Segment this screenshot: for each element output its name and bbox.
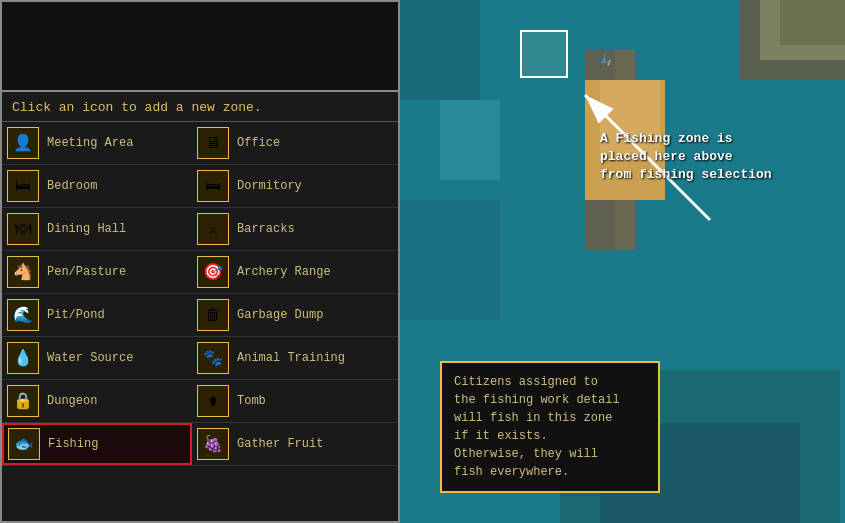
zone-item-meeting-area[interactable]: 👤 Meeting Area: [2, 122, 192, 164]
info-tooltip-box: Citizens assigned to the fishing work de…: [440, 361, 660, 493]
zone-item-archery-range[interactable]: 🎯 Archery Range: [192, 251, 382, 293]
dungeon-label: Dungeon: [47, 394, 97, 408]
pen-pasture-icon: 🐴: [7, 256, 39, 288]
zone-row-7: 🔒 Dungeon ⚱ Tomb: [2, 380, 398, 423]
zone-item-pen-pasture[interactable]: 🐴 Pen/Pasture: [2, 251, 192, 293]
meeting-area-label: Meeting Area: [47, 136, 133, 150]
fishing-zone-marker: [520, 30, 568, 78]
zone-row-1: 👤 Meeting Area 🖥 Office: [2, 122, 398, 165]
office-icon: 🖥: [197, 127, 229, 159]
water-mid-1: [400, 200, 500, 320]
zone-item-dormitory[interactable]: 🛏 Dormitory: [192, 165, 382, 207]
zone-item-tomb[interactable]: ⚱ Tomb: [192, 380, 382, 422]
annotation-text: A Fishing zone is placed here above from…: [600, 130, 772, 185]
pit-pond-icon: 🌊: [7, 299, 39, 331]
zone-item-animal-training[interactable]: 🐾 Animal Training: [192, 337, 382, 379]
zone-item-water-source[interactable]: 💧 Water Source: [2, 337, 192, 379]
archery-range-label: Archery Range: [237, 265, 331, 279]
zone-row-8: 🐟 Fishing 🍇 Gather Fruit: [2, 423, 398, 466]
zone-list: 👤 Meeting Area 🖥 Office 🛏 Bedroom 🛏 Dorm…: [2, 122, 398, 521]
zone-item-office[interactable]: 🖥 Office: [192, 122, 382, 164]
zone-item-pit-pond[interactable]: 🌊 Pit/Pond: [2, 294, 192, 336]
fishing-label: Fishing: [48, 437, 98, 451]
zone-item-bedroom[interactable]: 🛏 Bedroom: [2, 165, 192, 207]
zone-item-fishing[interactable]: 🐟 Fishing: [2, 423, 192, 465]
water-light-1: [440, 100, 500, 180]
dining-hall-label: Dining Hall: [47, 222, 126, 236]
zone-item-garbage-dump[interactable]: 🗑 Garbage Dump: [192, 294, 382, 336]
zone-row-5: 🌊 Pit/Pond 🗑 Garbage Dump: [2, 294, 398, 337]
tomb-icon: ⚱: [197, 385, 229, 417]
annotation-line2: placed here above: [600, 148, 772, 166]
zone-row-2: 🛏 Bedroom 🛏 Dormitory: [2, 165, 398, 208]
zone-item-dining-hall[interactable]: 🍽 Dining Hall: [2, 208, 192, 250]
animal-training-label: Animal Training: [237, 351, 345, 365]
fishing-icon: 🐟: [8, 428, 40, 460]
dormitory-label: Dormitory: [237, 179, 302, 193]
zone-item-gather-fruit[interactable]: 🍇 Gather Fruit: [192, 423, 382, 465]
barracks-label: Barracks: [237, 222, 295, 236]
animal-training-icon: 🐾: [197, 342, 229, 374]
meeting-area-icon: 👤: [7, 127, 39, 159]
dormitory-icon: 🛏: [197, 170, 229, 202]
dining-hall-icon: 🍽: [7, 213, 39, 245]
annotation-line3: from fishing selection: [600, 166, 772, 184]
barracks-icon: ⚔: [197, 213, 229, 245]
annotation-line1: A Fishing zone is: [600, 130, 772, 148]
water-dark-1: [400, 0, 480, 100]
zone-selection-panel: Click an icon to add a new zone. 👤 Meeti…: [0, 0, 400, 523]
water-source-label: Water Source: [47, 351, 133, 365]
zone-item-barracks[interactable]: ⚔ Barracks: [192, 208, 382, 250]
zone-row-6: 💧 Water Source 🐾 Animal Training: [2, 337, 398, 380]
gather-fruit-icon: 🍇: [197, 428, 229, 460]
instruction-text: Click an icon to add a new zone.: [2, 92, 398, 122]
water-source-icon: 💧: [7, 342, 39, 374]
archery-range-icon: 🎯: [197, 256, 229, 288]
top-preview-area: [2, 2, 398, 92]
info-box-text: Citizens assigned to the fishing work de…: [454, 373, 646, 481]
office-label: Office: [237, 136, 280, 150]
bedroom-icon: 🛏: [7, 170, 39, 202]
garbage-dump-icon: 🗑: [197, 299, 229, 331]
pit-pond-label: Pit/Pond: [47, 308, 105, 322]
land-stone-top: [780, 0, 845, 45]
gather-fruit-label: Gather Fruit: [237, 437, 323, 451]
pen-pasture-label: Pen/Pasture: [47, 265, 126, 279]
zone-row-3: 🍽 Dining Hall ⚔ Barracks: [2, 208, 398, 251]
zone-item-dungeon[interactable]: 🔒 Dungeon: [2, 380, 192, 422]
tomb-label: Tomb: [237, 394, 266, 408]
zone-indicator: 🎣: [598, 52, 613, 67]
zone-row-4: 🐴 Pen/Pasture 🎯 Archery Range: [2, 251, 398, 294]
game-map-panel: 🎣 A Fishing zone is placed here above fr…: [400, 0, 845, 523]
bedroom-label: Bedroom: [47, 179, 97, 193]
garbage-dump-label: Garbage Dump: [237, 308, 323, 322]
dungeon-icon: 🔒: [7, 385, 39, 417]
